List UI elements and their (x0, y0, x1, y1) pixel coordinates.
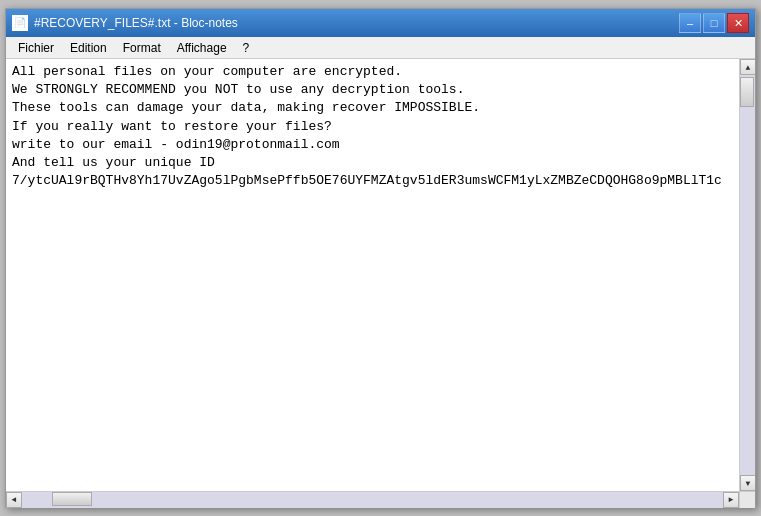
menu-bar: Fichier Edition Format Affichage ? (6, 37, 755, 59)
scroll-down-button[interactable]: ▼ (740, 475, 755, 491)
window-controls: – □ ✕ (679, 13, 749, 33)
window-title: #RECOVERY_FILES#.txt - Bloc-notes (34, 16, 238, 30)
text-editor[interactable] (6, 59, 739, 491)
horizontal-scrollbar-container: ◄ ► (6, 491, 755, 507)
scroll-thumb-v[interactable] (740, 77, 754, 107)
title-bar-left: 📄 #RECOVERY_FILES#.txt - Bloc-notes (12, 15, 238, 31)
menu-help[interactable]: ? (235, 39, 258, 57)
scroll-right-button[interactable]: ► (723, 492, 739, 508)
notepad-window: 📄 #RECOVERY_FILES#.txt - Bloc-notes – □ … (5, 8, 756, 508)
scroll-thumb-h[interactable] (52, 492, 92, 506)
scroll-up-button[interactable]: ▲ (740, 59, 755, 75)
scroll-track-h[interactable] (22, 492, 723, 508)
vertical-scrollbar[interactable]: ▲ ▼ (739, 59, 755, 491)
minimize-button[interactable]: – (679, 13, 701, 33)
scroll-left-button[interactable]: ◄ (6, 492, 22, 508)
content-area: ▲ ▼ (6, 59, 755, 491)
menu-fichier[interactable]: Fichier (10, 39, 62, 57)
menu-affichage[interactable]: Affichage (169, 39, 235, 57)
maximize-button[interactable]: □ (703, 13, 725, 33)
menu-edition[interactable]: Edition (62, 39, 115, 57)
scroll-track-v[interactable] (740, 75, 755, 475)
title-bar: 📄 #RECOVERY_FILES#.txt - Bloc-notes – □ … (6, 9, 755, 37)
scrollbar-corner (739, 492, 755, 508)
menu-format[interactable]: Format (115, 39, 169, 57)
app-icon: 📄 (12, 15, 28, 31)
close-button[interactable]: ✕ (727, 13, 749, 33)
